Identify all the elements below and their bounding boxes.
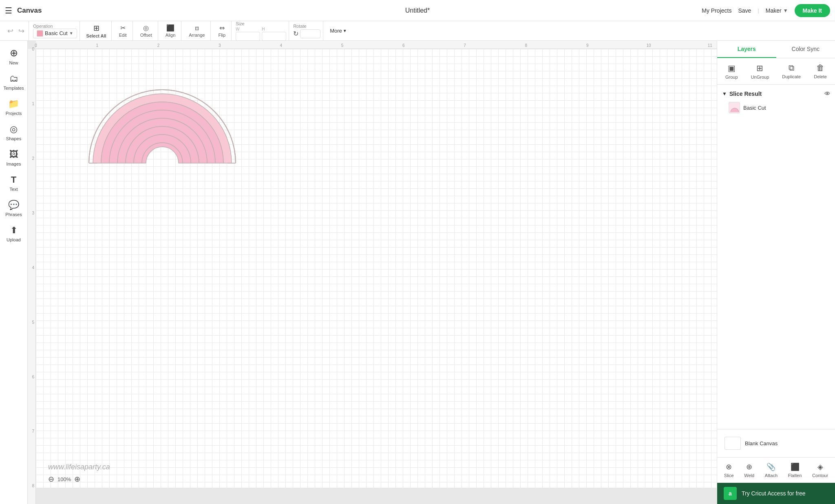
sidebar-item-new-label: New	[9, 60, 18, 65]
sidebar-item-shapes-label: Shapes	[6, 136, 21, 141]
size-w-label: W	[236, 27, 260, 31]
align-group: ⬛ Align	[160, 21, 181, 40]
sidebar-item-images[interactable]: 🖼 Images	[2, 146, 26, 170]
zoom-out-button[interactable]: ⊖	[48, 475, 54, 484]
edit-label: Edit	[119, 33, 127, 38]
ruler-vertical: 0 1 2 3 4 5 6 7 8	[28, 49, 36, 504]
offset-group: ◎ Offset	[135, 21, 158, 40]
rainbow-shape[interactable]	[85, 73, 240, 171]
sidebar-item-projects[interactable]: 📁 Projects	[2, 95, 26, 119]
tab-color-sync[interactable]: Color Sync	[776, 41, 835, 58]
select-all-label: Select All	[86, 33, 106, 38]
ruler-horizontal: 0 1 2 3 4 5 6 7 8 9 10 11	[36, 41, 717, 49]
slice-result-header[interactable]: ▼ Slice Result 👁	[717, 88, 835, 99]
blank-canvas-section: Blank Canvas	[717, 429, 835, 457]
edit-button[interactable]: ✂ Edit	[116, 22, 130, 39]
cricut-access-text: Try Cricut Access for free	[742, 490, 806, 497]
size-label: Size	[236, 21, 286, 26]
toolbar: ↩ ↪ Operation Basic Cut ▼ ⊞ Select All ✂…	[0, 21, 835, 41]
blank-canvas-name: Blank Canvas	[745, 440, 778, 447]
sidebar-item-text-label: Text	[9, 187, 18, 192]
flatten-label: Flatten	[788, 473, 802, 478]
cricut-access-banner[interactable]: a Try Cricut Access for free	[717, 483, 835, 504]
arrange-button[interactable]: ⧈ Arrange	[186, 23, 208, 39]
sidebar-item-text[interactable]: T Text	[2, 171, 26, 195]
size-w-input[interactable]	[236, 32, 260, 41]
contour-icon: ◈	[817, 462, 823, 471]
rotate-group: Rotate ↻	[291, 21, 323, 40]
sidebar-item-phrases[interactable]: 💬 Phrases	[2, 197, 26, 220]
sidebar-item-new[interactable]: ⊕ New	[2, 44, 26, 69]
upload-icon: ⬆	[10, 225, 18, 236]
canvas-grid[interactable]: www.lifeisaparty.ca ⊖ 100% ⊕	[36, 49, 717, 488]
slice-button[interactable]: ⊗ Slice	[721, 461, 737, 480]
menu-icon[interactable]: ☰	[5, 6, 12, 15]
offset-button[interactable]: ◎ Offset	[137, 22, 155, 39]
duplicate-label: Duplicate	[782, 74, 801, 79]
slice-result-title: Slice Result	[729, 91, 762, 97]
my-projects-link[interactable]: My Projects	[702, 7, 731, 14]
sidebar-item-upload-label: Upload	[7, 237, 21, 242]
maker-chevron-icon: ▼	[783, 8, 788, 13]
delete-icon: 🗑	[816, 63, 824, 73]
weld-button[interactable]: ⊕ Weld	[741, 461, 758, 480]
panel-tabs: Layers Color Sync	[717, 41, 835, 58]
rotate-input[interactable]	[300, 29, 320, 38]
edit-icon: ✂	[120, 24, 126, 32]
templates-icon: 🗂	[9, 73, 18, 84]
undo-button[interactable]: ↩	[6, 25, 15, 37]
nav-separator: |	[758, 7, 759, 13]
save-button[interactable]: Save	[738, 7, 751, 14]
more-chevron-icon: ▼	[343, 29, 347, 33]
top-navigation: ☰ Canvas Untitled* My Projects Save | Ma…	[0, 0, 835, 21]
delete-label: Delete	[814, 74, 827, 79]
rotate-icon: ↻	[293, 30, 298, 38]
redo-button[interactable]: ↪	[17, 25, 26, 37]
zoom-in-button[interactable]: ⊕	[74, 475, 80, 484]
sidebar-item-templates-label: Templates	[3, 86, 24, 91]
sidebar-item-images-label: Images	[6, 161, 21, 166]
canvas-container[interactable]: 0 1 2 3 4 5 6 7 8 9 10 11 0 1 2 3 4 5 6 …	[28, 41, 717, 504]
flip-label: Flip	[218, 33, 225, 38]
slice-label: Slice	[724, 473, 734, 478]
contour-button[interactable]: ◈ Contour	[809, 461, 831, 480]
delete-button[interactable]: 🗑 Delete	[811, 62, 830, 81]
shapes-icon: ◎	[10, 124, 18, 135]
blank-canvas-item[interactable]: Blank Canvas	[722, 434, 830, 452]
duplicate-button[interactable]: ⧉ Duplicate	[779, 62, 804, 81]
operation-select[interactable]: Basic Cut ▼	[33, 29, 77, 38]
select-all-button[interactable]: ⊞ Select All	[84, 22, 109, 40]
text-icon: T	[11, 175, 16, 185]
phrases-icon: 💬	[8, 200, 19, 210]
sidebar-item-phrases-label: Phrases	[5, 212, 22, 217]
more-button[interactable]: More ▼	[327, 26, 350, 35]
maker-selector[interactable]: Maker ▼	[766, 7, 788, 14]
edit-group: ✂ Edit	[113, 21, 133, 40]
tab-layers[interactable]: Layers	[717, 41, 776, 58]
select-all-icon: ⊞	[93, 24, 99, 33]
flip-button[interactable]: ⇔ Flip	[215, 22, 229, 39]
ungroup-button[interactable]: ⊞ UnGroup	[748, 62, 773, 81]
slice-result-chevron-icon: ▼	[722, 91, 727, 97]
visibility-icon[interactable]: 👁	[824, 91, 830, 97]
panel-bottom-actions: ⊗ Slice ⊕ Weld 📎 Attach ⬛ Flatten ◈ Cont…	[717, 457, 835, 483]
layer-item-basic-cut[interactable]: Basic Cut	[717, 99, 835, 116]
group-label: Group	[725, 75, 738, 80]
flatten-button[interactable]: ⬛ Flatten	[785, 461, 805, 480]
size-h-input[interactable]	[262, 32, 286, 41]
arrange-icon: ⧈	[195, 24, 199, 32]
size-group: Size W H	[233, 21, 289, 40]
sidebar-item-templates[interactable]: 🗂 Templates	[2, 70, 26, 94]
sidebar-item-upload[interactable]: ⬆ Upload	[2, 222, 26, 245]
flatten-icon: ⬛	[791, 462, 800, 471]
sidebar-item-shapes[interactable]: ◎ Shapes	[2, 121, 26, 144]
attach-button[interactable]: 📎 Attach	[762, 461, 781, 480]
make-it-button[interactable]: Make It	[795, 4, 830, 17]
align-label: Align	[166, 33, 175, 38]
group-button[interactable]: ▣ Group	[722, 62, 741, 81]
rotate-label: Rotate	[293, 24, 320, 29]
layer-name-basic-cut: Basic Cut	[743, 105, 766, 111]
panel-actions: ▣ Group ⊞ UnGroup ⧉ Duplicate 🗑 Delete	[717, 58, 835, 85]
arrange-label: Arrange	[189, 33, 205, 38]
align-button[interactable]: ⬛ Align	[162, 22, 179, 39]
